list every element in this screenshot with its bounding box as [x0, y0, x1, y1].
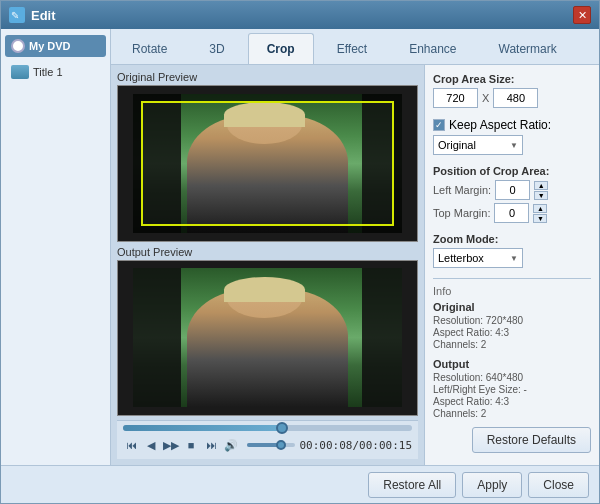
title-bar: ✎ Edit ✕ — [1, 1, 599, 29]
width-input[interactable] — [433, 88, 478, 108]
crop-area-size-label: Crop Area Size: — [433, 73, 591, 85]
zoom-dropdown-value: Letterbox — [438, 252, 484, 264]
zoom-dropdown[interactable]: Letterbox ▼ — [433, 248, 523, 268]
aspect-ratio-group: ✓ Keep Aspect Ratio: Original ▼ — [433, 118, 591, 155]
dvd-icon — [11, 39, 25, 53]
crop-size-row: X — [433, 88, 591, 108]
tab-crop[interactable]: Crop — [248, 33, 314, 64]
original-info-label: Original — [433, 301, 591, 313]
original-preview-video — [117, 85, 418, 242]
time-display: 00:00:08/00:00:15 — [299, 439, 412, 452]
close-button[interactable]: ✕ — [573, 6, 591, 24]
progress-track[interactable] — [123, 425, 412, 431]
restore-defaults-button[interactable]: Restore Defaults — [472, 427, 591, 453]
tab-rotate[interactable]: Rotate — [113, 33, 186, 64]
top-margin-input[interactable] — [494, 203, 529, 223]
svg-text:✎: ✎ — [11, 10, 19, 21]
tab-watermark[interactable]: Watermark — [480, 33, 576, 64]
crop-overlay-top — [133, 94, 402, 101]
original-info-group: Original Resolution: 720*480 Aspect Rati… — [433, 301, 591, 350]
window-title: Edit — [31, 8, 573, 23]
skip-end-button[interactable]: ⏭ — [203, 435, 219, 455]
bottom-bar: Restore All Apply Close — [1, 465, 599, 503]
preview-panel: Original Preview — [111, 65, 424, 465]
volume-thumb[interactable] — [276, 440, 286, 450]
playback-controls: ⏮ ◀ ▶▶ ■ ⏭ 🔊 00:00:08/00:00:15 — [123, 435, 412, 455]
volume-track[interactable] — [247, 443, 295, 447]
main-panel: Rotate 3D Crop Effect Enhance Watermark — [111, 29, 599, 465]
play-button[interactable]: ▶▶ — [163, 435, 179, 455]
output-video-inner — [133, 268, 402, 407]
close-dialog-button[interactable]: Close — [528, 472, 589, 498]
top-margin-row: Top Margin: ▲ ▼ — [433, 203, 591, 223]
volume-icon[interactable]: 🔊 — [223, 435, 239, 455]
output-info-group: Output Resolution: 640*480 Left/Right Ey… — [433, 358, 591, 419]
restore-all-button[interactable]: Restore All — [368, 472, 456, 498]
top-margin-up[interactable]: ▲ — [533, 204, 547, 213]
play-prev-button[interactable]: ◀ — [143, 435, 159, 455]
height-input[interactable] — [493, 88, 538, 108]
zoom-mode-group: Zoom Mode: Letterbox ▼ — [433, 233, 591, 268]
output-preview-section: Output Preview — [117, 246, 418, 417]
aspect-dropdown[interactable]: Original ▼ — [433, 135, 523, 155]
original-preview-label: Original Preview — [117, 71, 418, 83]
left-margin-row: Left Margin: ▲ ▼ — [433, 180, 591, 200]
output-resolution: Resolution: 640*480 — [433, 372, 591, 383]
keep-aspect-ratio-label: Keep Aspect Ratio: — [449, 118, 551, 132]
tab-3d[interactable]: 3D — [190, 33, 243, 64]
output-info-label: Output — [433, 358, 591, 370]
left-margin-label: Left Margin: — [433, 184, 491, 196]
info-section: Info Original Resolution: 720*480 Aspect… — [433, 278, 591, 453]
left-margin-up[interactable]: ▲ — [534, 181, 548, 190]
controls-bar: ⏮ ◀ ▶▶ ■ ⏭ 🔊 00:00:08/00:00:15 — [117, 420, 418, 459]
sidebar-dvd-item[interactable]: My DVD — [5, 35, 106, 57]
top-margin-label: Top Margin: — [433, 207, 490, 219]
zoom-dropdown-arrow: ▼ — [510, 254, 518, 263]
aspect-dropdown-value: Original — [438, 139, 476, 151]
sidebar-item-title1[interactable]: Title 1 — [5, 61, 106, 83]
edit-window: ✎ Edit ✕ My DVD Title 1 Rotate — [0, 0, 600, 504]
tab-enhance[interactable]: Enhance — [390, 33, 475, 64]
crop-area-size-group: Crop Area Size: X — [433, 73, 591, 108]
x-separator: X — [482, 92, 489, 104]
crop-overlay-right — [394, 101, 402, 226]
crop-overlay-bottom — [133, 226, 402, 233]
position-label: Position of Crop Area: — [433, 165, 591, 177]
sidebar: My DVD Title 1 — [1, 29, 111, 465]
aspect-ratio-checkbox[interactable]: ✓ — [433, 119, 445, 131]
crop-overlay-left — [133, 101, 141, 226]
checkbox-check-icon: ✓ — [435, 120, 443, 130]
original-video-inner — [133, 94, 402, 233]
settings-panel: Crop Area Size: X ✓ Kee — [424, 65, 599, 465]
apply-button[interactable]: Apply — [462, 472, 522, 498]
dvd-label: My DVD — [29, 40, 71, 52]
keep-aspect-ratio-row: ✓ Keep Aspect Ratio: — [433, 118, 591, 132]
tab-effect[interactable]: Effect — [318, 33, 386, 64]
left-margin-input[interactable] — [495, 180, 530, 200]
position-group: Position of Crop Area: Left Margin: ▲ ▼ … — [433, 165, 591, 223]
output-left-right: Left/Right Eye Size: - — [433, 384, 591, 395]
zoom-mode-label: Zoom Mode: — [433, 233, 591, 245]
sidebar-title-label: Title 1 — [33, 66, 63, 78]
left-margin-spinner: ▲ ▼ — [534, 181, 548, 200]
stop-button[interactable]: ■ — [183, 435, 199, 455]
left-margin-down[interactable]: ▼ — [534, 191, 548, 200]
info-title: Info — [433, 285, 591, 297]
aspect-dropdown-arrow: ▼ — [510, 141, 518, 150]
output-aspect: Aspect Ratio: 4:3 — [433, 396, 591, 407]
skip-start-button[interactable]: ⏮ — [123, 435, 139, 455]
top-margin-down[interactable]: ▼ — [533, 214, 547, 223]
edit-area: Original Preview — [111, 65, 599, 465]
output-preview-video — [117, 260, 418, 417]
title-icon — [11, 65, 29, 79]
output-channels: Channels: 2 — [433, 408, 591, 419]
original-aspect: Aspect Ratio: 4:3 — [433, 327, 591, 338]
tab-bar: Rotate 3D Crop Effect Enhance Watermark — [111, 29, 599, 65]
progress-thumb[interactable] — [276, 422, 288, 434]
progress-fill — [123, 425, 282, 431]
content-area: My DVD Title 1 Rotate 3D Crop — [1, 29, 599, 465]
app-icon: ✎ — [9, 7, 25, 23]
top-margin-spinner: ▲ ▼ — [533, 204, 547, 223]
original-preview-section: Original Preview — [117, 71, 418, 242]
original-resolution: Resolution: 720*480 — [433, 315, 591, 326]
